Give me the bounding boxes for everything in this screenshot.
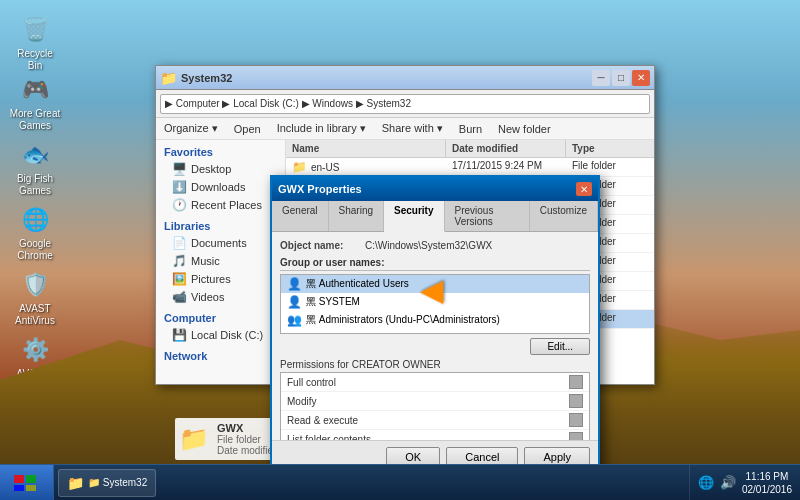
desktop-icon-avast[interactable]: 🛡️ AVAST AntiVirus bbox=[5, 265, 65, 331]
menu-new-folder[interactable]: New folder bbox=[494, 121, 555, 137]
downloads-si-icon: ⬇️ bbox=[172, 180, 187, 194]
dialog-close-button[interactable]: ✕ bbox=[576, 182, 592, 196]
maximize-button[interactable]: □ bbox=[612, 70, 630, 86]
sidebar-favorites-header[interactable]: Favorites bbox=[156, 144, 285, 160]
perm-listfolder-allow[interactable] bbox=[569, 432, 583, 440]
sidebar-item-recent[interactable]: 🕐Recent Places bbox=[156, 196, 285, 214]
games-icon: 🎮 bbox=[19, 74, 51, 106]
menu-organize[interactable]: Organize ▾ bbox=[160, 120, 222, 137]
sidebar-item-pictures[interactable]: 🖼️Pictures bbox=[156, 270, 285, 288]
minimize-button[interactable]: ─ bbox=[592, 70, 610, 86]
user-name-0: 黑 Authenticated Users bbox=[306, 277, 409, 291]
perm-listfolder: List folder contents bbox=[281, 430, 589, 440]
permissions-header: Permissions for CREATOR OWNER bbox=[280, 359, 590, 370]
window-controls: ─ □ ✕ bbox=[592, 70, 650, 86]
perm-readexec-allow[interactable] bbox=[569, 413, 583, 427]
user-icon-2: 👥 bbox=[287, 313, 302, 327]
pictures-si-icon: 🖼️ bbox=[172, 272, 187, 286]
taskbar-item-explorer[interactable]: 📁 📁 System32 bbox=[58, 469, 156, 497]
hdd-si-icon: 💾 bbox=[172, 328, 187, 342]
gwx-folder-icon: 📁 bbox=[179, 425, 209, 453]
user-item-2[interactable]: 👥 黑 Administrators (Undu-PC\Administrato… bbox=[281, 311, 589, 329]
edit-button[interactable]: Edit... bbox=[530, 338, 590, 355]
system-clock[interactable]: 11:16 PM 02/01/2016 bbox=[742, 470, 792, 496]
user-name-1: 黑 SYSTEM bbox=[306, 295, 360, 309]
folder-titlebar-icon: 📁 bbox=[160, 70, 177, 86]
desktop-icon-avg[interactable]: ⚙️ AVG PC TuneUp bbox=[5, 330, 65, 396]
explorer-window-title: System32 bbox=[181, 72, 232, 84]
dialog-tabs: General Sharing Security Previous Versio… bbox=[272, 201, 598, 232]
desktop-icon-recycle[interactable]: 🗑️ Recycle Bin bbox=[5, 10, 65, 76]
sidebar-item-desktop[interactable]: 🖥️Desktop bbox=[156, 160, 285, 178]
icon-label-avg: AVG PC TuneUp bbox=[9, 368, 61, 392]
docs-si-icon: 📄 bbox=[172, 236, 187, 250]
user-icon-0: 👤 bbox=[287, 277, 302, 291]
tab-prev-versions[interactable]: Previous Versions bbox=[445, 201, 530, 231]
group-section-label: Group or user names: bbox=[280, 257, 590, 271]
sidebar-item-documents[interactable]: 📄Documents bbox=[156, 234, 285, 252]
desktop: 🗑️ Recycle Bin 🎮 More Great Games 🐟 Big … bbox=[0, 0, 800, 500]
menu-include[interactable]: Include in library ▾ bbox=[273, 120, 370, 137]
perm-fullcontrol-name: Full control bbox=[287, 377, 336, 388]
sidebar-libraries-header[interactable]: Libraries bbox=[156, 218, 285, 234]
sidebar-item-videos[interactable]: 📹Videos bbox=[156, 288, 285, 306]
desktop-icon-bigfish[interactable]: 🐟 Big Fish Games bbox=[5, 135, 65, 201]
svg-rect-3 bbox=[26, 485, 36, 491]
sidebar-computer-header[interactable]: Computer bbox=[156, 310, 285, 326]
arrow-indicator: ▲ bbox=[407, 273, 452, 313]
menu-burn[interactable]: Burn bbox=[455, 121, 486, 137]
tray-volume-icon[interactable]: 🔊 bbox=[720, 475, 736, 490]
music-si-icon: 🎵 bbox=[172, 254, 187, 268]
perm-modify-allow[interactable] bbox=[569, 394, 583, 408]
close-button[interactable]: ✕ bbox=[632, 70, 650, 86]
address-bar[interactable]: ▶ Computer ▶ Local Disk (C:) ▶ Windows ▶… bbox=[160, 94, 650, 114]
user-name-3: 黑 Users (Undu-PC\Users) bbox=[306, 331, 424, 334]
tab-sharing[interactable]: Sharing bbox=[329, 201, 384, 231]
tab-general[interactable]: General bbox=[272, 201, 329, 231]
tray-network-icon[interactable]: 🌐 bbox=[698, 475, 714, 490]
sidebar-network-header[interactable]: Network bbox=[156, 348, 285, 364]
perm-readexec: Read & execute bbox=[281, 411, 589, 430]
menu-share[interactable]: Share with ▾ bbox=[378, 120, 447, 137]
dialog-controls: ✕ bbox=[576, 182, 592, 196]
perm-fullcontrol-allow[interactable] bbox=[569, 375, 583, 389]
recent-si-icon: 🕐 bbox=[172, 198, 187, 212]
start-icon bbox=[12, 473, 42, 493]
user-item-3[interactable]: 👥 黑 Users (Undu-PC\Users) bbox=[281, 329, 589, 334]
object-name-label: Object name: bbox=[280, 240, 365, 251]
user-name-2: 黑 Administrators (Undu-PC\Administrators… bbox=[306, 313, 500, 327]
taskbar-explorer-icon: 📁 bbox=[67, 475, 84, 491]
icon-label-recycle: Recycle Bin bbox=[9, 48, 61, 72]
sidebar-item-downloads[interactable]: ⬇️Downloads bbox=[156, 178, 285, 196]
explorer-titlebar[interactable]: 📁 System32 ─ □ ✕ bbox=[156, 66, 654, 90]
desktop-si-icon: 🖥️ bbox=[172, 162, 187, 176]
sidebar-item-localdisk[interactable]: 💾Local Disk (C:) bbox=[156, 326, 285, 344]
permissions-section: Permissions for CREATOR OWNER Full contr… bbox=[280, 359, 590, 440]
col-type[interactable]: Type bbox=[566, 140, 654, 157]
desktop-icon-chrome[interactable]: 🌐 Google Chrome bbox=[5, 200, 65, 266]
icon-label-bigfish: Big Fish Games bbox=[9, 173, 61, 197]
clock-date: 02/01/2016 bbox=[742, 483, 792, 496]
file-list-header: Name Date modified Type Size bbox=[286, 140, 654, 158]
start-button[interactable] bbox=[0, 465, 54, 501]
desktop-icon-games[interactable]: 🎮 More Great Games bbox=[5, 70, 65, 136]
menu-open[interactable]: Open bbox=[230, 121, 265, 137]
svg-rect-2 bbox=[14, 485, 24, 491]
sidebar-item-music[interactable]: 🎵Music bbox=[156, 252, 285, 270]
col-name[interactable]: Name bbox=[286, 140, 446, 157]
tab-customize[interactable]: Customize bbox=[530, 201, 598, 231]
taskbar-explorer-label: 📁 System32 bbox=[88, 477, 147, 488]
sidebar-libraries: Libraries 📄Documents 🎵Music 🖼️Pictures 📹… bbox=[156, 218, 285, 306]
explorer-toolbar: ▶ Computer ▶ Local Disk (C:) ▶ Windows ▶… bbox=[156, 90, 654, 118]
dialog-titlebar[interactable]: GWX Properties ✕ bbox=[272, 177, 598, 201]
bigfish-icon: 🐟 bbox=[19, 139, 51, 171]
sidebar-network: Network bbox=[156, 348, 285, 364]
tab-security[interactable]: Security bbox=[384, 201, 444, 232]
chrome-icon: 🌐 bbox=[19, 204, 51, 236]
file-icon: 📁 bbox=[292, 160, 307, 174]
videos-si-icon: 📹 bbox=[172, 290, 187, 304]
col-date[interactable]: Date modified bbox=[446, 140, 566, 157]
perm-readexec-name: Read & execute bbox=[287, 415, 358, 426]
taskbar-items: 📁 📁 System32 bbox=[54, 465, 689, 500]
file-type: File folder bbox=[566, 158, 654, 176]
